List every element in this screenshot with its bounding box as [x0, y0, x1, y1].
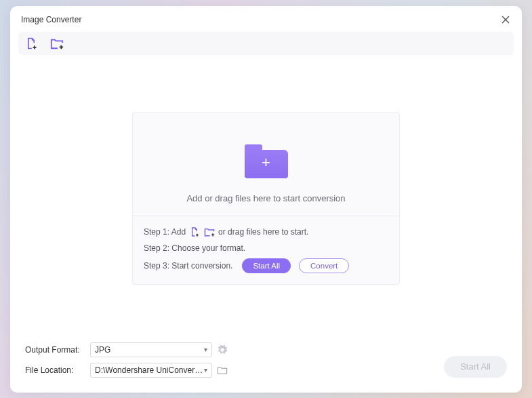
steps-panel: Step 1: Add or drag files here to	[133, 216, 399, 284]
step-1: Step 1: Add or drag files here to	[144, 226, 388, 238]
folder-icon	[217, 365, 228, 375]
settings-grid: Output Format: JPG ▾ File Location: D:\W…	[25, 342, 232, 378]
drop-panel: + Add or drag files here to start conver…	[132, 112, 400, 285]
plus-icon: +	[262, 155, 270, 170]
open-folder-button[interactable]	[216, 364, 228, 376]
step-1-suffix: or drag files here to start.	[218, 227, 308, 237]
close-icon	[501, 15, 510, 24]
start-all-pill: Start All	[242, 258, 291, 273]
output-format-select[interactable]: JPG ▾	[90, 342, 212, 357]
file-plus-icon	[24, 37, 38, 50]
step-3-text: Step 3: Start conversion.	[144, 261, 232, 271]
step-3: Step 3: Start conversion. Start All Conv…	[144, 258, 388, 273]
app-window: Image Converter	[10, 6, 522, 393]
step-1-prefix: Step 1: Add	[144, 227, 186, 237]
add-folder-hint-button[interactable]	[203, 226, 216, 238]
file-location-label: File Location:	[25, 365, 86, 375]
start-all-button[interactable]: Start All	[444, 356, 507, 378]
add-folder-button[interactable]	[49, 36, 64, 51]
dropzone-text: Add or drag files here to start conversi…	[186, 193, 345, 203]
output-format-value: JPG	[95, 345, 110, 355]
folder-plus-icon	[203, 226, 216, 237]
chevron-down-icon: ▾	[204, 346, 207, 353]
convert-pill: Convert	[299, 258, 349, 273]
file-location-value: D:\Wondershare UniConverter 15\Im	[95, 365, 204, 375]
footer: Output Format: JPG ▾ File Location: D:\W…	[10, 342, 522, 393]
step-2: Step 2: Choose your format.	[144, 243, 388, 253]
window-title: Image Converter	[20, 15, 81, 24]
add-file-button[interactable]	[24, 36, 39, 51]
output-settings-button[interactable]	[216, 344, 228, 356]
titlebar: Image Converter	[10, 10, 522, 29]
output-format-label: Output Format:	[25, 345, 86, 355]
folder-plus-icon	[49, 37, 64, 50]
file-plus-icon	[189, 226, 200, 237]
chevron-down-icon: ▾	[204, 366, 207, 374]
main-area: + Add or drag files here to start conver…	[10, 55, 522, 342]
add-files-big-button[interactable]: +	[245, 144, 288, 178]
add-file-hint-button[interactable]	[188, 226, 201, 238]
close-button[interactable]	[499, 13, 512, 26]
toolbar	[18, 32, 514, 55]
dropzone[interactable]: + Add or drag files here to start conver…	[133, 113, 399, 216]
file-location-select[interactable]: D:\Wondershare UniConverter 15\Im ▾	[90, 363, 212, 378]
gear-icon	[217, 344, 228, 355]
